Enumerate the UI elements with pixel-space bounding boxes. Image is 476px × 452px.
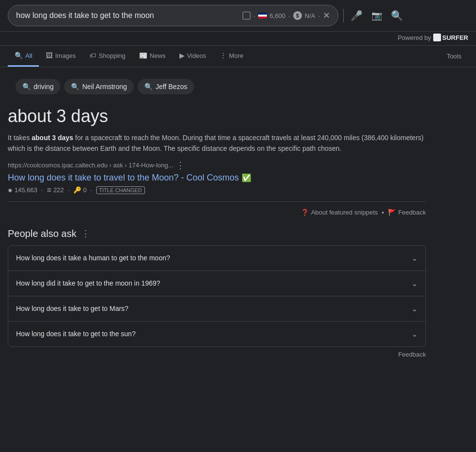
- word-count: 6,600: [270, 12, 286, 19]
- checkbox-icon: [243, 12, 250, 19]
- main-content: 🔍 driving 🔍 Neil Armstrong 🔍 Jeff Bezos …: [0, 67, 476, 366]
- snippet-text: It takes about 3 days for a spacecraft t…: [8, 132, 426, 154]
- meta-views: ● 145,663: [8, 186, 37, 195]
- paa-item-2[interactable]: How long did it take to get to the moon …: [8, 271, 425, 296]
- paa-item-1[interactable]: How long does it take a human to get to …: [8, 246, 425, 271]
- verified-icon: ✅: [242, 173, 251, 182]
- featured-answer: about 3 days: [8, 106, 468, 127]
- dollar-icon: $: [293, 11, 302, 20]
- feedback-link[interactable]: 🚩 Feedback: [388, 209, 426, 216]
- search-tab-icon: 🔍: [15, 52, 23, 59]
- source-url: https://coolcosmos.ipac.caltech.edu › as…: [8, 160, 468, 171]
- about-snippets-link[interactable]: ❓ About featured snippets: [301, 209, 378, 216]
- tools-button[interactable]: Tools: [440, 47, 468, 66]
- snippet-footer: ❓ About featured snippets • 🚩 Feedback: [8, 201, 426, 217]
- powered-by-bar: Powered by SURFER: [0, 32, 476, 46]
- chevron-down-icon-3: ⌄: [411, 304, 418, 313]
- camera-button[interactable]: 📷: [370, 8, 384, 23]
- question-icon: ❓: [301, 209, 309, 216]
- clear-button[interactable]: ✕: [323, 10, 330, 21]
- search-input[interactable]: [16, 11, 239, 20]
- surfer-logo: SURFER: [433, 34, 468, 41]
- images-tab-icon: 🖼: [46, 52, 53, 59]
- news-tab-icon: 📰: [139, 52, 147, 59]
- mic-button[interactable]: 🎤: [349, 8, 365, 23]
- tab-all[interactable]: 🔍 All: [8, 46, 39, 67]
- meta-words: ≡ 222: [47, 186, 64, 195]
- chip-jeff-bezos[interactable]: 🔍 Jeff Bezos: [138, 79, 194, 94]
- separator-dot: ·: [253, 12, 255, 19]
- chip-search-icon-1: 🔍: [22, 83, 31, 90]
- tab-shopping[interactable]: 🏷 Shopping: [83, 46, 132, 67]
- more-tab-icon: ⋮: [220, 52, 227, 59]
- videos-tab-icon: ▶: [179, 52, 185, 59]
- tab-news[interactable]: 📰 News: [132, 46, 173, 67]
- top-bar: · 6,600 · $ N/A · ✕ 🎤 📷 🔍: [0, 0, 476, 32]
- result-link[interactable]: How long does it take to travel to the M…: [8, 173, 468, 183]
- paa-more-icon[interactable]: ⋮: [81, 228, 90, 239]
- powered-by-text: Powered by SURFER: [398, 34, 468, 41]
- separator-dot-2: ·: [288, 12, 290, 19]
- chevron-down-icon-4: ⌄: [411, 329, 418, 339]
- paa-item-4[interactable]: How long does it take to get to the sun?…: [8, 322, 425, 346]
- surfer-logo-icon: [433, 34, 441, 41]
- result-meta: ● 145,663 · ≡ 222 · 🔑 0 · TITLE CHANGED: [8, 186, 468, 195]
- search-box[interactable]: · 6,600 · $ N/A · ✕: [8, 5, 338, 26]
- feedback-bottom[interactable]: Feedback: [8, 351, 426, 358]
- tab-images[interactable]: 🖼 Images: [39, 46, 83, 67]
- search-button[interactable]: 🔍: [389, 8, 405, 23]
- chevron-down-icon-2: ⌄: [411, 279, 418, 288]
- paa-container: How long does it take a human to get to …: [8, 245, 426, 347]
- chip-neil-armstrong[interactable]: 🔍 Neil Armstrong: [64, 79, 134, 94]
- shopping-tab-icon: 🏷: [89, 52, 96, 59]
- separator-dot-3: ·: [318, 12, 320, 19]
- meta-keys: 🔑 0: [73, 186, 87, 194]
- chip-driving[interactable]: 🔍 driving: [16, 79, 60, 94]
- price-value: N/A: [305, 12, 316, 19]
- paa-section-title: People also ask ⋮: [8, 228, 468, 239]
- uk-flag-icon: [258, 13, 267, 18]
- search-meta: · 6,600 · $ N/A · ✕: [243, 10, 330, 21]
- title-changed-badge: TITLE CHANGED: [96, 186, 145, 194]
- related-chips: 🔍 driving 🔍 Neil Armstrong 🔍 Jeff Bezos: [8, 71, 468, 98]
- divider: [343, 9, 344, 22]
- feedback-icon: 🚩: [388, 209, 396, 216]
- chip-search-icon-2: 🔍: [71, 83, 79, 90]
- result-title[interactable]: How long does it take to travel to the M…: [8, 173, 468, 183]
- more-options-button[interactable]: ⋮: [176, 160, 185, 171]
- chevron-down-icon-1: ⌄: [411, 253, 418, 263]
- chip-search-icon-3: 🔍: [144, 83, 153, 90]
- tab-more[interactable]: ⋮ More: [213, 46, 250, 67]
- paa-item-3[interactable]: How long does it take to get to Mars? ⌄: [8, 296, 425, 322]
- tab-videos[interactable]: ▶ Videos: [173, 46, 213, 67]
- nav-tabs: 🔍 All 🖼 Images 🏷 Shopping 📰 News ▶ Video…: [0, 46, 476, 67]
